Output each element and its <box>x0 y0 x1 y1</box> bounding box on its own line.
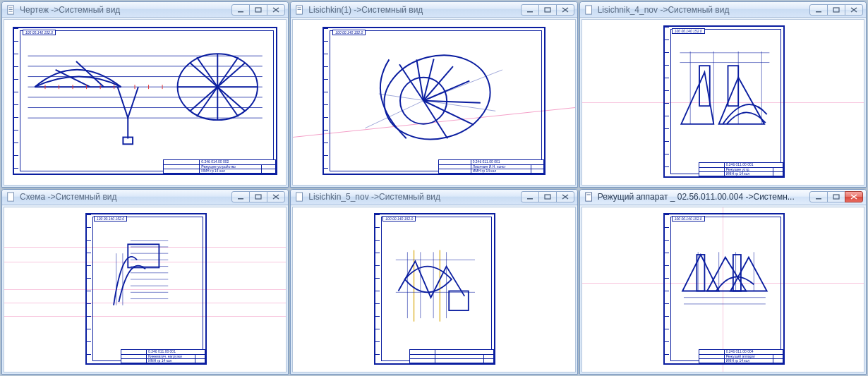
svg-rect-81 <box>545 195 550 199</box>
window-title: Lisichkin_5_nov ->Системный вид <box>308 192 521 202</box>
svg-rect-53 <box>816 11 821 13</box>
svg-rect-52 <box>585 5 591 13</box>
window-controls <box>522 191 574 202</box>
minimize-button[interactable] <box>521 191 539 202</box>
document-icon <box>6 5 16 15</box>
drawing-viewport[interactable]: 100 00.140 152.0 <box>4 19 287 186</box>
window-controls <box>522 4 574 16</box>
mdi-child-window: Схема ->Системный вид 100 00.140 152.0 <box>1 189 289 375</box>
close-button[interactable] <box>556 4 574 16</box>
svg-rect-3 <box>9 11 13 11</box>
titlebar[interactable]: Lisichkin_5_nov ->Системный вид <box>291 190 577 205</box>
drawing-content <box>375 214 494 364</box>
window-controls <box>810 4 863 16</box>
maximize-button[interactable] <box>249 191 267 202</box>
titlebar[interactable]: Lisichnik_4_nov ->Системный вид <box>580 2 866 18</box>
mdi-workspace: Чертеж ->Системный вид 100 00.140 152.0 <box>0 0 868 376</box>
drawing-content <box>665 27 783 176</box>
maximize-button[interactable] <box>827 191 845 202</box>
window-controls <box>232 4 285 16</box>
document-icon <box>6 192 16 202</box>
svg-rect-79 <box>296 193 303 201</box>
svg-rect-36 <box>298 9 301 10</box>
svg-rect-1 <box>9 7 13 8</box>
mdi-child-window: Чертеж ->Системный вид 100 00.140 152.0 <box>1 1 289 188</box>
svg-rect-78 <box>128 244 159 267</box>
drawing-viewport[interactable]: 100 00.140 152.0 <box>581 19 864 186</box>
close-button[interactable] <box>556 191 574 202</box>
svg-rect-37 <box>527 11 533 13</box>
mdi-child-window: Lisichnik_4_nov ->Системный вид 100 00.1… <box>579 1 867 188</box>
svg-rect-64 <box>238 198 243 200</box>
minimize-button[interactable] <box>231 191 250 202</box>
drawing-content <box>324 28 543 174</box>
mdi-child-window: Lisichkin_5_nov ->Системный вид 100 00.1… <box>290 189 577 375</box>
maximize-button[interactable] <box>538 4 557 16</box>
drawing-content <box>665 214 783 364</box>
svg-rect-5 <box>255 8 261 12</box>
titlebar[interactable]: Схема ->Системный вид <box>2 190 288 205</box>
svg-rect-93 <box>816 198 821 200</box>
svg-rect-80 <box>527 198 533 200</box>
drawing-content <box>14 28 276 174</box>
document-icon <box>584 5 594 15</box>
maximize-button[interactable] <box>538 191 557 202</box>
minimize-button[interactable] <box>809 191 828 202</box>
document-icon <box>295 192 305 202</box>
drawing-viewport[interactable]: 100 00.140 152.0 <box>4 207 287 373</box>
svg-rect-63 <box>8 193 14 201</box>
titlebar[interactable]: Lisichkin(1) ->Системный вид <box>291 2 577 18</box>
svg-rect-2 <box>9 9 13 10</box>
close-button[interactable] <box>267 4 285 16</box>
svg-rect-54 <box>833 8 839 12</box>
svg-rect-4 <box>238 11 243 13</box>
maximize-button[interactable] <box>827 4 845 16</box>
titlebar[interactable]: Режущий аппарат _ 02.56.011.00.004 ->Сис… <box>580 190 866 205</box>
minimize-button[interactable] <box>521 4 539 16</box>
drawing-viewport[interactable]: 100 00.140 152.0 <box>292 207 575 373</box>
mdi-child-window: Режущий аппарат _ 02.56.011.00.004 ->Сис… <box>579 189 867 375</box>
window-controls <box>232 191 285 202</box>
close-button[interactable] <box>267 191 285 202</box>
window-title: Lisichkin(1) ->Системный вид <box>308 5 521 15</box>
close-button[interactable] <box>845 191 863 202</box>
svg-rect-92 <box>586 195 590 195</box>
minimize-button[interactable] <box>809 4 828 16</box>
window-controls <box>810 191 863 202</box>
document-icon <box>584 192 594 202</box>
svg-rect-38 <box>545 8 550 12</box>
document-icon <box>295 5 305 15</box>
maximize-button[interactable] <box>249 4 267 16</box>
svg-rect-90 <box>450 291 469 310</box>
drawing-viewport[interactable]: 100 00.140 152.0 <box>292 19 575 186</box>
svg-rect-94 <box>833 195 839 199</box>
window-title: Режущий аппарат _ 02.56.011.00.004 ->Сис… <box>598 192 810 202</box>
svg-rect-91 <box>585 193 591 201</box>
close-button[interactable] <box>845 4 863 16</box>
titlebar[interactable]: Чертеж ->Системный вид <box>2 2 288 18</box>
svg-rect-65 <box>255 195 261 199</box>
window-title: Lisichnik_4_nov ->Системный вид <box>598 5 810 15</box>
drawing-viewport[interactable]: 100 00.140 152.0 <box>581 207 864 373</box>
svg-point-39 <box>375 44 500 150</box>
drawing-content <box>87 214 205 364</box>
window-title: Чертеж ->Системный вид <box>20 5 232 15</box>
mdi-child-window: Lisichkin(1) ->Системный вид 100 00.140 … <box>290 1 577 188</box>
window-title: Схема ->Системный вид <box>20 192 232 202</box>
svg-rect-35 <box>298 7 301 8</box>
minimize-button[interactable] <box>231 4 250 16</box>
